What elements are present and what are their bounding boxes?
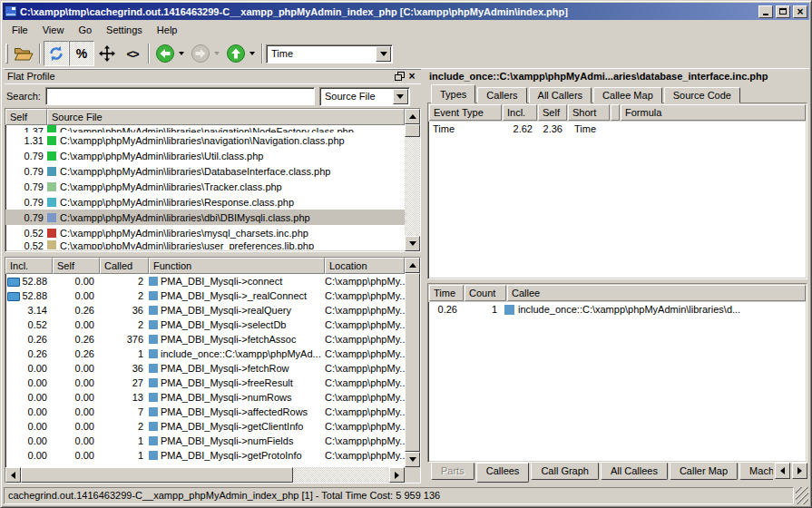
forward-button[interactable]: [188, 41, 213, 66]
column-header-formula[interactable]: Formula: [621, 104, 806, 121]
vertical-scrollbar[interactable]: [405, 258, 420, 467]
dock-titlebar[interactable]: Flat Profile: [5, 69, 421, 84]
source-file-row[interactable]: 0.52 C:\xampp\phpMyAdmin\libraries\mysql…: [5, 225, 405, 240]
detail-tab[interactable]: Types: [431, 84, 475, 103]
scroll-left-button[interactable]: [5, 467, 21, 483]
menu-item[interactable]: File: [5, 22, 35, 38]
column-header-callee[interactable]: Callee: [507, 285, 806, 301]
up-button[interactable]: [223, 41, 249, 66]
vertical-scrollbar[interactable]: [405, 109, 420, 251]
source-file-row[interactable]: 0.79 C:\xampp\phpMyAdmin\libraries\Util.…: [5, 148, 405, 163]
detail-tab[interactable]: Callee Map: [593, 87, 662, 103]
location: C:\xampp\phpMy...: [325, 435, 405, 446]
open-file-button[interactable]: [11, 41, 36, 66]
function-row[interactable]: 0.00 0.00 27 PMA_DBI_Mysqli->freeResult …: [5, 376, 405, 390]
scrollbar-track[interactable]: [293, 467, 389, 483]
function-row[interactable]: 0.00 0.00 7 PMA_DBI_Mysqli->affectedRows…: [5, 405, 405, 419]
close-button[interactable]: [793, 5, 807, 18]
close-dock-button[interactable]: [406, 71, 418, 82]
function-row[interactable]: 0.00 0.00 36 PMA_DBI_Mysqli->fetchRow C:…: [5, 361, 405, 376]
column-header-spacer: [611, 104, 620, 121]
float-dock-button[interactable]: [393, 71, 406, 82]
scrollbar-thumb[interactable]: [405, 273, 420, 452]
source-file-row[interactable]: 0.52 C:\xampp\phpMyAdmin\libraries\user_…: [5, 240, 405, 249]
dropdown-button[interactable]: [393, 89, 408, 104]
function-row[interactable]: 0.26 0.26 1 include_once::C:\xampp\phpMy…: [5, 347, 405, 361]
column-header-function[interactable]: Function: [149, 258, 325, 274]
scroll-up-button[interactable]: [405, 109, 420, 124]
percentage-toggle-button[interactable]: %: [69, 41, 94, 66]
source-file-row[interactable]: 0.79 C:\xampp\phpMyAdmin\libraries\dbi\D…: [5, 210, 405, 225]
scroll-down-button[interactable]: [405, 452, 420, 467]
function-row[interactable]: 0.00 0.00 1 PMA_DBI_Mysqli->getProtoInfo…: [5, 448, 405, 463]
group-by-select[interactable]: Source File: [319, 87, 410, 106]
tab-scroll-right-button[interactable]: [792, 463, 807, 479]
bottom-tab[interactable]: All Callees: [601, 463, 668, 480]
source-file-row[interactable]: 0.79 C:\xampp\phpMyAdmin\libraries\Respo…: [5, 194, 405, 210]
dropdown-button[interactable]: [376, 46, 391, 62]
function-row[interactable]: 0.00 0.00 2 PMA_DBI_Mysqli->getClientInf…: [5, 419, 405, 434]
callee-row[interactable]: 0.26 1 include_once::C:\xampp\phpMyAdmin…: [428, 302, 807, 317]
column-header-self[interactable]: Self: [5, 109, 47, 125]
scrollbar-thumb[interactable]: [21, 467, 293, 483]
detail-tab[interactable]: Callers: [477, 87, 526, 103]
menu-item[interactable]: Settings: [99, 22, 150, 38]
column-header-source-file[interactable]: Source File: [47, 109, 405, 125]
menu-item[interactable]: View: [35, 22, 72, 38]
scroll-up-button[interactable]: [405, 258, 420, 273]
forward-dropdown-caret[interactable]: [214, 52, 220, 55]
column-header-incl[interactable]: Incl.: [503, 104, 537, 121]
detail-tab[interactable]: All Callers: [529, 87, 592, 103]
scroll-right-button[interactable]: [389, 467, 405, 483]
source-file-row[interactable]: 0.79 C:\xampp\phpMyAdmin\libraries\Datab…: [5, 163, 405, 179]
resize-grip[interactable]: [796, 487, 808, 504]
function-row[interactable]: 3.14 0.26 36 PMA_DBI_Mysqli->realQuery C…: [5, 303, 405, 318]
column-header-called[interactable]: Called: [100, 258, 149, 274]
function-row[interactable]: 52.88 0.00 2 PMA_DBI_Mysqli->_realConnec…: [5, 288, 405, 303]
column-header-short[interactable]: Short: [568, 104, 610, 121]
function-row[interactable]: 0.52 0.00 2 PMA_DBI_Mysqli->selectDb C:\…: [5, 318, 405, 332]
column-header-incl[interactable]: Incl.: [5, 258, 53, 274]
column-header-location[interactable]: Location: [325, 258, 405, 274]
event-type-select[interactable]: Time: [266, 44, 393, 64]
bottom-tab[interactable]: Caller Map: [670, 463, 738, 480]
column-header-self[interactable]: Self: [53, 258, 100, 274]
bottom-tab[interactable]: Machine: [739, 463, 773, 480]
bottom-tab[interactable]: Parts: [431, 463, 474, 480]
function-row[interactable]: 0.00 0.00 1 PMA_DBI_Mysqli->numFields C:…: [5, 434, 405, 448]
tab-scroll-left-button[interactable]: [775, 463, 790, 479]
bottom-tab[interactable]: Callees: [476, 463, 530, 483]
source-file-row[interactable]: 1.37 C:\xampp\phpMyAdmin\libraries\navig…: [5, 125, 405, 132]
back-button[interactable]: [152, 41, 178, 66]
column-header-self[interactable]: Self: [538, 104, 567, 121]
scrollbar-thumb[interactable]: [405, 124, 420, 137]
reload-button[interactable]: [44, 41, 69, 66]
panel-splitter[interactable]: [421, 69, 427, 484]
horizontal-scrollbar[interactable]: [5, 467, 405, 483]
source-file-row[interactable]: 0.79 C:\xampp\phpMyAdmin\libraries\Track…: [5, 179, 405, 194]
toolbar-handle[interactable]: [5, 44, 8, 64]
bottom-tab[interactable]: Call Graph: [531, 463, 599, 480]
menu-item[interactable]: Help: [150, 22, 185, 38]
maximize-button[interactable]: [776, 5, 790, 18]
minimize-button[interactable]: [758, 5, 773, 18]
scrollbar-track[interactable]: [405, 137, 420, 236]
called-count: 2: [100, 421, 149, 432]
column-header-event-type[interactable]: Event Type: [429, 104, 502, 121]
relative-cost-button[interactable]: <>: [120, 41, 145, 66]
column-header-time[interactable]: Time: [429, 285, 464, 301]
function-row[interactable]: 0.26 0.26 376 PMA_DBI_Mysqli->fetchAssoc…: [5, 332, 405, 347]
function-row[interactable]: 52.88 0.00 2 PMA_DBI_Mysqli->connect C:\…: [5, 274, 405, 288]
search-input[interactable]: [45, 87, 315, 105]
detail-tab[interactable]: Source Code: [664, 87, 740, 103]
scroll-down-button[interactable]: [405, 236, 420, 251]
back-dropdown-caret[interactable]: [179, 52, 184, 55]
menu-item[interactable]: Go: [71, 22, 99, 38]
window-titlebar[interactable]: C:\xampp\tmp\cachegrind.out.1416463299-C…: [3, 3, 809, 20]
function-row[interactable]: 0.00 0.00 13 PMA_DBI_Mysqli->numRows C:\…: [5, 390, 405, 405]
up-dropdown-caret[interactable]: [249, 52, 255, 55]
source-file-row[interactable]: 1.31 C:\xampp\phpMyAdmin\libraries\navig…: [5, 132, 405, 148]
event-type-row[interactable]: Time 2.62 2.36 Time: [428, 122, 807, 136]
cycle-detection-button[interactable]: [94, 41, 120, 66]
column-header-count[interactable]: Count: [465, 285, 506, 301]
